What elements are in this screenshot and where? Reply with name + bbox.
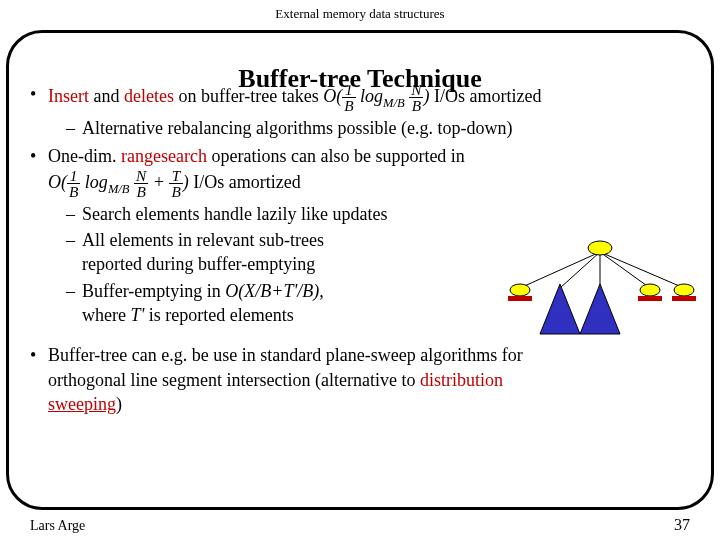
svg-marker-12	[540, 284, 580, 334]
word-insert: Insert	[48, 86, 89, 106]
svg-line-1	[560, 252, 600, 288]
svg-marker-13	[580, 284, 620, 334]
svg-line-0	[520, 252, 600, 288]
word-sweeping: sweeping	[48, 394, 116, 414]
svg-point-8	[640, 284, 660, 296]
formula-rangesearch-complexity: O(1B logM/B NB + TB)	[48, 168, 189, 200]
bullet-insert-delete: Insert and deletes on buffer-tree takes …	[30, 82, 690, 140]
text: I/Os amortized	[429, 86, 541, 106]
formula-xb-tb: O(X/B+T'/B),	[225, 281, 323, 301]
svg-point-5	[588, 241, 612, 255]
svg-point-10	[674, 284, 694, 296]
text: I/Os amortized	[193, 172, 300, 192]
svg-rect-11	[672, 296, 696, 301]
svg-rect-9	[638, 296, 662, 301]
word-deletes: deletes	[124, 86, 174, 106]
tree-diagram	[504, 238, 696, 358]
svg-rect-7	[508, 296, 532, 301]
text: operations can also be supported in	[207, 146, 465, 166]
text: One-dim.	[48, 146, 121, 166]
tree-svg	[504, 238, 696, 358]
page-header: External memory data structures	[0, 0, 720, 24]
svg-point-6	[510, 284, 530, 296]
word-distribution: distribution	[420, 370, 503, 390]
word-rangesearch: rangesearch	[121, 146, 207, 166]
footer-author: Lars Arge	[30, 518, 85, 534]
sub-search-lazy: Search elements handle lazily like updat…	[48, 202, 690, 226]
formula-insert-complexity: O(1B logM/B NB)	[323, 82, 429, 114]
sub-alt-rebalancing: Alternative rebalancing algorithms possi…	[48, 116, 690, 140]
text: on buffer-tree takes	[174, 86, 323, 106]
text: and	[89, 86, 124, 106]
footer-page-number: 37	[674, 516, 690, 534]
